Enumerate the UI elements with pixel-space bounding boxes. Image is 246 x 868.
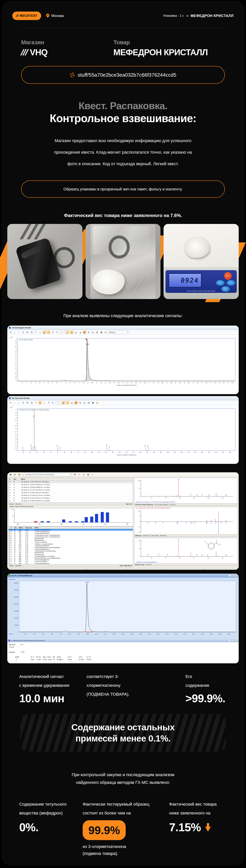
toolbar-icon[interactable]: ≡ xyxy=(78,473,81,476)
hit-row[interactable]: ⊞2..R6500.014-Fluoromethcathinone xyxy=(9,563,133,564)
spectrum-dropdown[interactable]: 1. +EI Scan (rt: 9.787-9.997 min, 46 sca… xyxy=(22,473,72,476)
panel-tab[interactable]: Difference xyxy=(135,535,141,536)
hit-row[interactable]: ⊞1..R6590.021,2-Ethanediamine, N,N'-diet… xyxy=(9,556,133,557)
spectra-row[interactable]: 3A+EI Scan (rt: 18.818-18.865 min, 11 sc… xyxy=(9,486,133,489)
hit-row[interactable]: ⊞8M7030.112-chloro-4,5-MDMA xyxy=(9,541,133,543)
toolbar-icon[interactable]: ▦ xyxy=(96,331,99,334)
toolbar-icon[interactable]: ✚ xyxy=(73,473,76,476)
toolbar-icon[interactable]: ⊖ xyxy=(22,401,25,404)
spectra-row[interactable]: 7A+EI Scan (rt: 9.126-9.331 min, 45 scan… xyxy=(9,497,133,499)
stuff-link-button[interactable]: stuff/55a70e2bce3ea032b7c66f376244ccd5 xyxy=(21,66,225,84)
hit-row[interactable]: ⊞1..R6580.01Benzenemethanol, α-[1-(methy… xyxy=(9,557,133,559)
toolbar-icon[interactable]: ▲ xyxy=(43,331,46,334)
toolbar-icon[interactable]: ▤ xyxy=(104,331,107,334)
toolbar-icon[interactable]: ▽ xyxy=(91,473,94,476)
toolbar-icon[interactable]: ↻ xyxy=(55,331,59,334)
toolbar-icon[interactable]: △ xyxy=(38,331,42,334)
toolbar-icon[interactable]: ⊖ xyxy=(22,331,25,334)
hit-row[interactable]: ⊞1..R6570.112-chloro-4,5-MDMA xyxy=(9,561,133,562)
hit-row[interactable]: ⊞5M7962.432-Chlorobenzoic acid, 2-dimeth… xyxy=(9,536,133,538)
hit-row[interactable]: ⊞1..M6580.014-Fluoromethcathinone xyxy=(9,559,133,561)
toolbar-icon[interactable]: ◭ xyxy=(74,331,78,334)
close-button[interactable]: ✕ xyxy=(235,575,238,577)
units-dropdown[interactable]: Minutes▼ xyxy=(108,331,129,334)
toolbar-icon[interactable]: ‰ xyxy=(83,401,86,404)
hit-row[interactable]: ⊞1..M6780.042-[2-[Dimethylamino]-1-hydro… xyxy=(9,547,133,548)
toolbar-icon[interactable]: ▦ xyxy=(87,401,90,404)
spectra-row[interactable]: 6A+EI Scan (rt: 12.194-12.273 min, 18 sc… xyxy=(9,494,133,497)
spectra-row[interactable]: 2A+EI Scan (rt: 19.610-19.693 min, 19 sc… xyxy=(9,483,133,486)
scale-count-input[interactable]: 1 xyxy=(55,401,61,404)
toolbar-icon[interactable]: ↻ xyxy=(51,401,55,404)
toolbar-icon[interactable]: ▣ xyxy=(100,331,103,334)
hit-row[interactable]: ⊞7M7380.72Meclofenoxate xyxy=(9,539,133,541)
hit-row[interactable]: ⊞1..M6790.043-Bromomethcathinone xyxy=(9,545,133,547)
panel-tab[interactable]: Head to Tail xyxy=(143,535,150,536)
toolbar-icon[interactable]: ◮ xyxy=(70,401,73,404)
toolbar-icon[interactable]: ✛ xyxy=(9,331,12,334)
scale-count-input[interactable]: 1 xyxy=(60,331,65,334)
toolbar-icon[interactable]: ↺ xyxy=(47,401,50,404)
toolbar-icon[interactable]: % xyxy=(79,401,82,404)
toolbar-icon[interactable]: ⊞ xyxy=(26,401,29,404)
toolbar-icon[interactable]: ▲ xyxy=(43,401,46,404)
hit-row[interactable]: ⊞1..R6630.02Methcathinone xyxy=(9,552,133,554)
toolbar-icon[interactable]: ▤ xyxy=(30,401,33,404)
scale-units-button[interactable]: UNITS xyxy=(227,280,235,285)
toolbar-icon[interactable]: ⊞ xyxy=(26,331,29,334)
hit-row[interactable]: ⊞2R88972.53-Chloromethcathinone xyxy=(9,531,133,532)
scale-mode-button[interactable]: MODE xyxy=(216,280,224,285)
toolbar-icon[interactable]: ↔ xyxy=(66,331,69,334)
hit-row[interactable]: ⊞6R7700.72Meclofenoxate xyxy=(9,538,133,539)
panel-tab[interactable]: Side by Side xyxy=(151,535,159,536)
spectra-row[interactable]: 8A+EI Scan (rt: 19.600-19.666 min, 15 sc… xyxy=(9,499,133,502)
maximize-button[interactable]: ▢ xyxy=(232,575,234,577)
toolbar-icon[interactable]: ▤ xyxy=(30,331,33,334)
minimize-button[interactable]: ─ xyxy=(228,639,231,642)
toolbar-icon[interactable]: △ xyxy=(38,401,42,404)
toolbar-icon[interactable]: ↔ xyxy=(13,401,16,404)
toolbar-icon[interactable]: ‰ xyxy=(91,331,95,334)
hit-row[interactable]: ⊞4M7962.434-Chlorobenzoic acid, 2-dimeth… xyxy=(9,534,133,536)
panel-tab[interactable]: Plot of Hit xyxy=(146,564,151,565)
toolbar-icon[interactable]: ▤ xyxy=(96,401,99,404)
toolbar-icon[interactable]: ↕ xyxy=(17,401,21,404)
toolbar-icon[interactable]: ▲ xyxy=(70,331,73,334)
ms-window-titlebar[interactable]: MS Spectrum Results xyxy=(7,396,239,400)
scale-onoff-button[interactable]: ON/OFF xyxy=(224,272,232,280)
toolbar-icon[interactable]: ▦ xyxy=(18,473,21,476)
report-window-titlebar[interactable]: D:\MassHunter\GCMS\1\data\M VHQ.D\rteres… xyxy=(7,639,239,642)
toolbar-icon[interactable]: % xyxy=(87,331,90,334)
hit-row[interactable]: ⊞1..M6770.032-Methoxyethyl 3-chlorobenzo… xyxy=(9,550,133,552)
tab-names[interactable]: Names xyxy=(9,565,14,566)
toolbar-icon[interactable]: ✎ xyxy=(34,401,37,404)
hit-row[interactable]: ⊞1..R6620.72Meclofenoxate xyxy=(9,554,133,556)
toolbar-icon[interactable]: ↺ xyxy=(51,331,55,334)
toolbar-icon[interactable]: ▧ xyxy=(74,401,78,404)
panel-tab[interactable]: Plot of Search Spectrum xyxy=(155,504,169,505)
toolbar-icon[interactable]: ◎ xyxy=(82,473,85,476)
hit-row[interactable]: ⊞9M6820.042-Methyl-1,2-propanediamine xyxy=(9,543,133,545)
chromatogram-window-titlebar[interactable]: Chromatogram Results xyxy=(7,326,239,330)
spectra-row[interactable]: 1A+EI Scan (rt: 9.787-9.997 min, 46 scan… xyxy=(9,480,133,483)
hit-row[interactable]: ⊞3M87521.34-Chloromethcathinone xyxy=(9,532,133,534)
tab-structures[interactable]: Structures xyxy=(15,503,21,505)
toolbar-icon[interactable]: ◭ xyxy=(62,401,65,404)
toolbar-icon[interactable]: ▲ xyxy=(47,331,50,334)
tic-window-titlebar[interactable]: [2] TIC: M VHQ.D\data.ms ─▢✕ xyxy=(7,574,239,578)
toolbar-icon[interactable]: ◉ xyxy=(86,473,90,476)
panel-tab[interactable]: Plot/Text of Hit xyxy=(135,564,144,565)
maximize-button[interactable]: ▢ xyxy=(232,639,234,642)
panel-tab[interactable]: Plot/Text of Search Spectrum xyxy=(135,504,153,505)
toolbar-icon[interactable]: ◮ xyxy=(79,331,82,334)
toolbar-icon[interactable]: ↔ xyxy=(66,401,69,404)
toolbar-icon[interactable]: ✎ xyxy=(34,331,37,334)
toolbar-icon[interactable]: ↔ xyxy=(13,331,16,334)
spectra-row[interactable]: 4A+EI Scan (rt: 16.137-16.193 min, 13 sc… xyxy=(9,489,133,491)
panel-tab[interactable]: Spec List xyxy=(170,504,175,505)
spectra-row[interactable]: 5A+EI Scan (rt: 9.135-9.401 min, 58 scan… xyxy=(9,491,133,494)
hit-row[interactable]: ⊞1M90272.53-Chloromethcathinone xyxy=(9,529,133,531)
toolbar-icon[interactable]: ▣ xyxy=(91,401,95,404)
tab-names[interactable]: Names xyxy=(9,503,14,505)
close-button[interactable]: ✕ xyxy=(235,639,238,642)
